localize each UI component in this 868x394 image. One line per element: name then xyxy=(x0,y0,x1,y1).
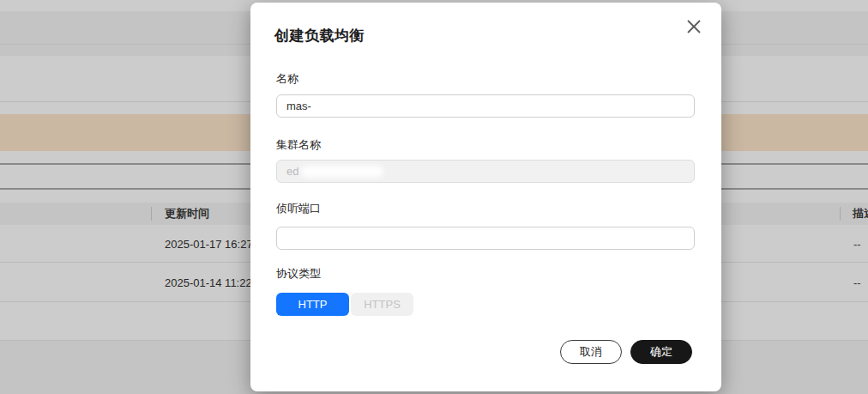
redacted-blur-block xyxy=(301,166,383,178)
cluster-name-input: ed xyxy=(276,160,695,183)
close-icon xyxy=(685,18,702,35)
listen-port-input[interactable] xyxy=(276,227,695,250)
confirm-button[interactable]: 确定 xyxy=(630,340,692,364)
protocol-option-https: HTTPS xyxy=(351,293,413,316)
listen-port-field-label: 侦听端口 xyxy=(276,201,321,216)
create-load-balancer-dialog: 创建负载均衡 名称 集群名称 ed 侦听端口 协议类型 HTTP HTTPS 取… xyxy=(250,3,721,391)
protocol-type-field-label: 协议类型 xyxy=(276,266,321,282)
cluster-name-value: ed xyxy=(286,165,298,178)
protocol-option-http[interactable]: HTTP xyxy=(276,293,349,316)
dialog-footer: 取消 确定 xyxy=(560,340,692,364)
cancel-button[interactable]: 取消 xyxy=(560,340,622,364)
protocol-segmented-control: HTTP HTTPS xyxy=(276,293,413,316)
name-field-label: 名称 xyxy=(276,71,298,87)
screen: 更新时间 描述 2025-01-17 16:27: -- 2025-01-14 … xyxy=(0,0,868,394)
name-input[interactable] xyxy=(276,94,695,118)
close-button[interactable] xyxy=(683,15,705,38)
dialog-title: 创建负载均衡 xyxy=(274,26,365,45)
cluster-name-field-label: 集群名称 xyxy=(276,137,321,153)
